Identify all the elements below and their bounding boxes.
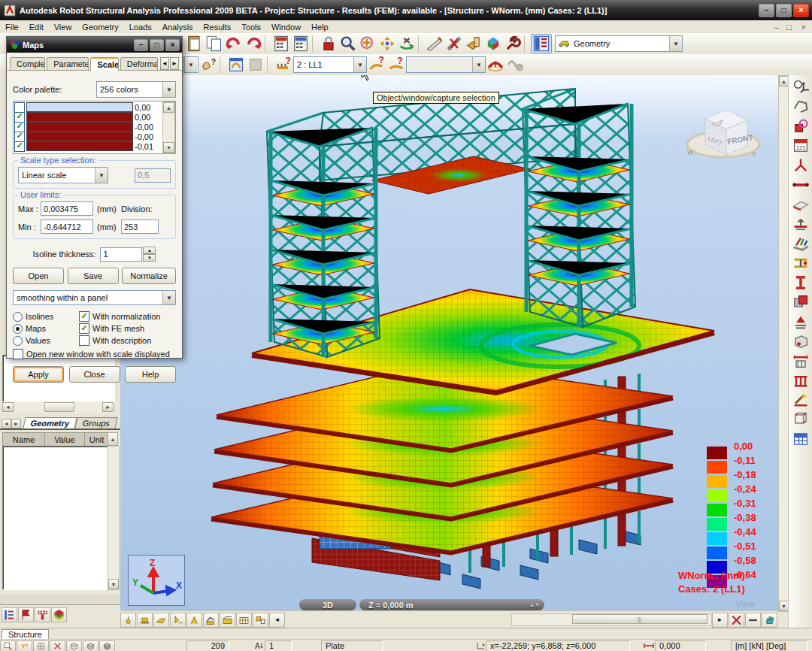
- attributes-icon[interactable]: Y?: [17, 640, 32, 651]
- palette-checkbox[interactable]: [14, 141, 25, 152]
- claddings-icon[interactable]: [791, 195, 810, 213]
- chevron-down-icon[interactable]: ▼: [162, 82, 175, 97]
- fe-mesh-check-row[interactable]: With FE mesh: [79, 322, 176, 335]
- palette-row[interactable]: 0,00: [14, 102, 162, 112]
- load-case-selector[interactable]: 2 : LL1 ▼: [293, 56, 367, 73]
- render-mode-2-icon[interactable]: [83, 640, 98, 651]
- col-name[interactable]: Name: [3, 433, 45, 447]
- grid-icon[interactable]: [33, 640, 49, 651]
- node-query-icon[interactable]: ?: [367, 56, 386, 74]
- dialog-minimize-icon[interactable]: –: [134, 39, 148, 51]
- lock-results-icon[interactable]: [319, 35, 338, 53]
- scale-type-select[interactable]: Linear scale ▼: [18, 167, 108, 183]
- values-radio[interactable]: [13, 336, 23, 346]
- new-window-check-row[interactable]: Open new window with scale displayed: [13, 348, 176, 360]
- paste-icon[interactable]: [185, 35, 205, 53]
- layers-icon[interactable]: [51, 607, 67, 622]
- cut-plane-icon[interactable]: [729, 613, 744, 628]
- materials-arrows-icon[interactable]: [791, 235, 810, 253]
- palette-scrollbar[interactable]: ▲ ▼: [162, 101, 175, 153]
- undo-icon[interactable]: [224, 35, 244, 53]
- frame-3d-icon[interactable]: [791, 410, 810, 428]
- rotate-3d-icon[interactable]: [397, 35, 417, 53]
- units-indicator[interactable]: [m] [kN] [Deg]: [731, 640, 807, 651]
- palette-row[interactable]: -0,00: [14, 132, 162, 141]
- palette-list[interactable]: 0,00 0,00 -0,00 -0,0: [14, 101, 162, 153]
- maps-dialog-titlebar[interactable]: Maps – □ ×: [7, 37, 182, 53]
- mdi-minimize-icon[interactable]: –: [771, 23, 783, 32]
- display-numbers-icon[interactable]: [253, 613, 268, 628]
- description-check-row[interactable]: With description: [79, 335, 176, 347]
- hidden-combo-stub[interactable]: ▼: [183, 56, 198, 73]
- wave-disabled-icon[interactable]: [505, 56, 525, 74]
- redo-icon[interactable]: [244, 35, 263, 53]
- color-palette-select[interactable]: 256 colors ▼: [96, 81, 176, 98]
- max-value-field[interactable]: 0,003475: [41, 201, 93, 216]
- chevron-down-icon[interactable]: ▼: [95, 168, 108, 183]
- panel-thickness-icon[interactable]: [791, 293, 810, 311]
- hide-objects-icon[interactable]: [745, 613, 761, 628]
- chevron-down-icon[interactable]: ▼: [162, 291, 175, 304]
- scissors-icon[interactable]: [50, 640, 65, 651]
- col-unit[interactable]: Unit: [85, 433, 108, 447]
- chevron-down-icon[interactable]: ▼: [353, 57, 366, 72]
- display-mesh-icon[interactable]: [236, 613, 252, 628]
- profile-i-beam-icon[interactable]: [791, 274, 810, 292]
- palette-scroll-up-icon[interactable]: ▲: [163, 102, 174, 113]
- tabs-left-icon[interactable]: ◄: [160, 57, 169, 70]
- values-radio-row[interactable]: Values: [13, 335, 79, 347]
- solids-icon[interactable]: [791, 332, 810, 350]
- open-button[interactable]: Open: [13, 268, 64, 284]
- menu-edit[interactable]: Edit: [24, 22, 49, 32]
- calculator-icon[interactable]: [271, 35, 291, 53]
- close-icon[interactable]: ×: [793, 4, 809, 17]
- new-window-checkbox[interactable]: [13, 349, 23, 359]
- panel-numbers-icon[interactable]: 123: [791, 137, 810, 155]
- tab-complex[interactable]: Complex: [10, 57, 45, 70]
- tab-geometry[interactable]: Geometry: [23, 417, 77, 428]
- viewport-3d[interactable]: W S TOP LEFT FRONT Object/window/capture…: [120, 75, 778, 610]
- display-expand-icon[interactable]: ►: [712, 613, 728, 628]
- mdi-close-icon[interactable]: ×: [795, 23, 812, 32]
- scroll-left-icon[interactable]: ◄: [2, 402, 14, 412]
- copy-icon[interactable]: [205, 35, 224, 53]
- dialog-close-icon[interactable]: ×: [165, 39, 180, 51]
- nodes-icon[interactable]: [791, 156, 810, 174]
- isoline-down-icon[interactable]: ▼: [143, 254, 156, 262]
- display-symbols-icon[interactable]: [170, 613, 186, 628]
- zoom-window-icon[interactable]: [358, 35, 377, 53]
- numbering-icon[interactable]: [791, 78, 810, 96]
- normalization-check-row[interactable]: With normalization: [79, 310, 176, 322]
- sections-offset-icon[interactable]: [791, 254, 810, 272]
- maps-radio[interactable]: [13, 324, 23, 334]
- structure-tab[interactable]: Structure: [2, 629, 49, 640]
- apply-button[interactable]: Apply: [13, 366, 64, 383]
- division-field[interactable]: 253: [121, 220, 159, 234]
- isolines-radio[interactable]: [13, 312, 23, 322]
- orbit-hand-icon[interactable]: [762, 613, 777, 628]
- viewport-hscrollbar[interactable]: |||: [511, 613, 712, 626]
- chevron-down-icon[interactable]: ▼: [472, 57, 485, 72]
- storey-columns-icon[interactable]: [791, 371, 810, 389]
- maximize-icon[interactable]: □: [776, 4, 792, 17]
- menu-analysis[interactable]: Analysis: [157, 22, 198, 32]
- tab-groups[interactable]: Groups: [75, 417, 118, 428]
- dialog-maximize-icon[interactable]: □: [150, 39, 164, 51]
- display-maps-icon[interactable]: [220, 613, 235, 628]
- display-supports-icon[interactable]: [137, 613, 153, 628]
- menu-view[interactable]: View: [49, 22, 77, 32]
- z-level-steppers[interactable]: ▲▼: [529, 602, 540, 607]
- menu-tools[interactable]: Tools: [236, 22, 266, 32]
- display-deformation-icon[interactable]: [203, 613, 219, 628]
- view-settings-icon[interactable]: [0, 640, 16, 651]
- normalization-checkbox[interactable]: [79, 311, 89, 322]
- render-icon[interactable]: [483, 35, 503, 53]
- materials-icon[interactable]: [464, 35, 483, 53]
- layout-manager-icon[interactable]: [531, 34, 552, 53]
- verification-icon[interactable]: [444, 35, 464, 53]
- table-scroll-up-icon[interactable]: ▲: [108, 432, 118, 446]
- capture-disabled-icon[interactable]: [246, 56, 265, 74]
- scale-factor-field[interactable]: 0,5: [135, 168, 171, 183]
- pan-icon[interactable]: [377, 35, 397, 53]
- inspector-table-body[interactable]: [2, 446, 109, 590]
